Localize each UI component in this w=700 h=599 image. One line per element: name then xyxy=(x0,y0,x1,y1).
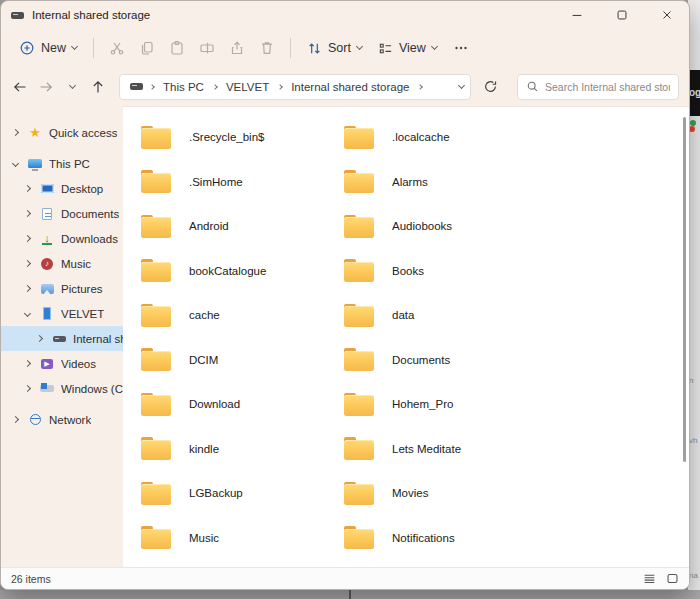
chevron-right-icon[interactable] xyxy=(24,285,31,292)
storage-drive-icon xyxy=(130,83,143,90)
file-item[interactable]: Documents xyxy=(344,338,547,383)
search-box[interactable] xyxy=(517,74,679,100)
file-item[interactable]: LGBackup xyxy=(141,471,344,516)
folder-icon xyxy=(344,304,374,327)
chevron-right-icon[interactable] xyxy=(24,385,31,392)
chevron-right-icon[interactable] xyxy=(24,360,31,367)
file-item[interactable]: Pictures xyxy=(141,560,344,567)
file-item[interactable]: Download xyxy=(141,382,344,427)
sidebar-item-downloads[interactable]: ↓ Downloads xyxy=(1,226,123,251)
sidebar-item-velvet[interactable]: VELVET xyxy=(1,301,123,326)
file-item[interactable]: Notifications xyxy=(344,516,547,561)
file-item-label: kindle xyxy=(189,443,219,455)
view-button[interactable]: View xyxy=(370,36,445,61)
chevron-right-icon[interactable] xyxy=(12,129,19,136)
file-item[interactable]: Alarms xyxy=(344,160,547,205)
chevron-right-icon[interactable] xyxy=(12,416,19,423)
delete-button[interactable] xyxy=(252,35,282,61)
chevron-right-icon[interactable] xyxy=(36,335,43,342)
sidebar-item-pictures[interactable]: Pictures xyxy=(1,276,123,301)
file-item[interactable]: Books xyxy=(344,249,547,294)
file-item[interactable]: Movies xyxy=(344,471,547,516)
chevron-down-icon[interactable] xyxy=(12,160,19,167)
folder-icon xyxy=(344,526,374,549)
maximize-button[interactable] xyxy=(599,1,644,29)
breadcrumb-separator xyxy=(418,84,424,90)
more-options-button[interactable] xyxy=(445,35,477,61)
sidebar-item-network[interactable]: Network xyxy=(1,407,123,432)
folder-icon xyxy=(141,482,171,505)
rename-button[interactable] xyxy=(192,35,222,61)
sidebar-item-this-pc[interactable]: This PC xyxy=(1,151,123,176)
network-icon xyxy=(27,414,43,425)
chevron-down-icon xyxy=(71,43,78,50)
file-item[interactable]: Music xyxy=(141,516,344,561)
file-item[interactable]: Android xyxy=(141,204,344,249)
chevron-right-icon[interactable] xyxy=(24,210,31,217)
breadcrumb-internal-shared-storage[interactable]: Internal shared storage xyxy=(289,81,411,93)
breadcrumb-velvet[interactable]: VELVET xyxy=(224,81,271,93)
background-text-fragment: vh xyxy=(689,436,697,445)
breadcrumb-bar[interactable]: This PC VELVET Internal shared storage xyxy=(119,74,471,100)
sidebar-item-internal-shared-storage[interactable]: Internal shared st xyxy=(1,326,123,351)
file-item[interactable]: data xyxy=(344,293,547,338)
details-view-button[interactable] xyxy=(643,572,656,585)
sidebar-item-documents[interactable]: Documents xyxy=(1,201,123,226)
up-button[interactable] xyxy=(85,79,111,95)
back-button[interactable] xyxy=(7,79,33,95)
file-item[interactable]: kindle xyxy=(141,427,344,472)
minimize-button[interactable] xyxy=(554,1,599,29)
file-list-pane[interactable]: .Srecycle_bin$ .SimHome xyxy=(123,106,689,567)
folder-icon xyxy=(141,348,171,371)
copy-button[interactable] xyxy=(132,35,162,61)
file-item[interactable]: Audiobooks xyxy=(344,204,547,249)
picture-icon xyxy=(39,284,55,294)
sidebar-item-quick-access[interactable]: ★ Quick access xyxy=(1,120,123,145)
thumbnail-view-icon xyxy=(666,572,679,585)
vertical-scrollbar[interactable] xyxy=(683,117,686,462)
document-icon xyxy=(39,208,55,220)
paste-icon xyxy=(169,40,185,56)
chevron-down-icon xyxy=(431,43,438,50)
recent-locations-button[interactable] xyxy=(59,86,85,88)
video-icon: ▶ xyxy=(39,359,55,369)
new-button[interactable]: New xyxy=(11,35,85,61)
file-item[interactable]: Lets Meditate xyxy=(344,427,547,472)
sidebar-item-desktop[interactable]: Desktop xyxy=(1,176,123,201)
folder-icon xyxy=(141,259,171,282)
sidebar-item-music[interactable]: ♪ Music xyxy=(1,251,123,276)
folder-icon xyxy=(141,215,171,238)
file-item[interactable]: DCIM xyxy=(141,338,344,383)
address-dropdown-chevron[interactable] xyxy=(458,81,465,88)
file-item-label: Notifications xyxy=(392,532,455,544)
sidebar-item-label: This PC xyxy=(49,158,90,170)
forward-button[interactable] xyxy=(33,79,59,95)
scissors-icon xyxy=(109,40,125,56)
file-item[interactable]: cache xyxy=(141,293,344,338)
file-item[interactable]: bookCatalogue xyxy=(141,249,344,294)
sidebar-item-videos[interactable]: ▶ Videos xyxy=(1,351,123,376)
trash-icon xyxy=(259,40,275,56)
share-button[interactable] xyxy=(222,35,252,61)
file-item[interactable]: Hohem_Pro xyxy=(344,382,547,427)
sort-button[interactable]: Sort xyxy=(299,36,370,61)
chevron-right-icon[interactable] xyxy=(24,235,31,242)
title-bar[interactable]: Internal shared storage xyxy=(1,1,689,29)
paste-button[interactable] xyxy=(162,35,192,61)
cut-button[interactable] xyxy=(102,35,132,61)
sidebar-item-windows-c[interactable]: Windows (C:) xyxy=(1,376,123,401)
view-button-label: View xyxy=(399,41,426,55)
file-item[interactable]: .SimHome xyxy=(141,160,344,205)
chevron-right-icon[interactable] xyxy=(24,185,31,192)
breadcrumb-this-pc[interactable]: This PC xyxy=(161,81,206,93)
close-button[interactable] xyxy=(644,1,689,29)
refresh-button[interactable] xyxy=(475,79,505,94)
chevron-down-icon[interactable] xyxy=(24,310,31,317)
file-item[interactable]: Podcasts xyxy=(344,560,547,567)
file-item[interactable]: .localcache xyxy=(344,115,547,160)
file-item[interactable]: .Srecycle_bin$ xyxy=(141,115,344,160)
search-input[interactable] xyxy=(545,81,670,93)
chevron-right-icon[interactable] xyxy=(24,260,31,267)
file-item-label: cache xyxy=(189,309,220,321)
large-thumbnails-view-button[interactable] xyxy=(666,572,679,585)
